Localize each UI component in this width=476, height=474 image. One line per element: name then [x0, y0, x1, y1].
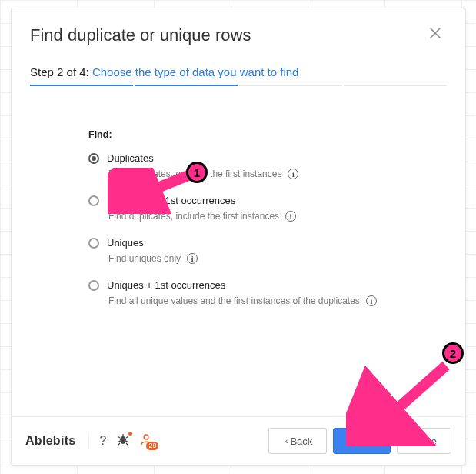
- option-uniques[interactable]: Uniques Find uniques only i: [88, 237, 434, 264]
- option-description: Find all unique values and the first ins…: [108, 295, 360, 306]
- find-label: Find:: [88, 129, 434, 140]
- chevron-left-icon: ‹: [285, 436, 288, 446]
- back-button-label: Back: [290, 436, 312, 447]
- info-icon[interactable]: i: [288, 169, 298, 179]
- info-icon[interactable]: i: [187, 253, 198, 264]
- progress-segment: [239, 85, 342, 86]
- step-description: Choose the type of data you want to find: [92, 65, 299, 78]
- brand-label: Ablebits: [25, 434, 76, 448]
- svg-point-0: [120, 436, 126, 444]
- dialog-body: Find: Duplicates Find duplicates, exclud…: [12, 91, 465, 416]
- close-button-label: Close: [411, 436, 437, 447]
- person-icon[interactable]: 29: [140, 433, 152, 449]
- help-icon[interactable]: ?: [100, 434, 107, 448]
- step-prefix: Step 2 of 4:: [30, 65, 89, 78]
- radio-icon[interactable]: [88, 153, 99, 164]
- close-button[interactable]: Close: [397, 428, 451, 454]
- annotation-marker-2: 2: [442, 342, 464, 364]
- info-icon[interactable]: i: [366, 295, 377, 306]
- close-icon[interactable]: [427, 25, 444, 42]
- option-label: Duplicates: [107, 152, 154, 164]
- option-label: Uniques + 1st occurrences: [107, 279, 225, 291]
- option-duplicates[interactable]: Duplicates Find duplicates, exclude the …: [88, 152, 434, 179]
- radio-icon[interactable]: [88, 280, 99, 291]
- dialog: Find duplicate or unique rows Step 2 of …: [11, 8, 466, 466]
- radio-icon[interactable]: [88, 195, 99, 206]
- next-button[interactable]: Next ›: [333, 428, 390, 454]
- notification-badge: 29: [146, 442, 158, 450]
- option-label: Duplicates + 1st occurrences: [107, 195, 235, 206]
- radio-icon[interactable]: [88, 238, 99, 249]
- dialog-footer: Ablebits ? 29 ‹ Back Next › Close: [12, 416, 465, 465]
- option-uniques-1st[interactable]: Uniques + 1st occurrences Find all uniqu…: [88, 279, 434, 306]
- next-button-label: Next: [348, 436, 368, 447]
- option-duplicates-1st[interactable]: Duplicates + 1st occurrences Find duplic…: [88, 195, 434, 222]
- dialog-header: Find duplicate or unique rows: [12, 8, 465, 58]
- back-button[interactable]: ‹ Back: [268, 428, 328, 454]
- footer-icons: ? 29: [88, 433, 153, 449]
- chevron-right-icon: ›: [371, 436, 374, 446]
- annotation-marker-1: 1: [186, 162, 208, 183]
- option-description: Find duplicates, include the first insta…: [108, 211, 279, 222]
- progress-bar: [12, 85, 465, 91]
- svg-point-1: [144, 435, 148, 439]
- info-icon[interactable]: i: [285, 211, 296, 222]
- progress-segment: [344, 85, 447, 86]
- step-indicator: Step 2 of 4: Choose the type of data you…: [12, 58, 465, 85]
- option-label: Uniques: [107, 237, 144, 249]
- progress-segment: [30, 85, 133, 86]
- progress-segment: [135, 85, 238, 86]
- bug-icon[interactable]: [117, 433, 129, 449]
- option-description: Find uniques only: [108, 253, 181, 264]
- dialog-title: Find duplicate or unique rows: [30, 25, 427, 45]
